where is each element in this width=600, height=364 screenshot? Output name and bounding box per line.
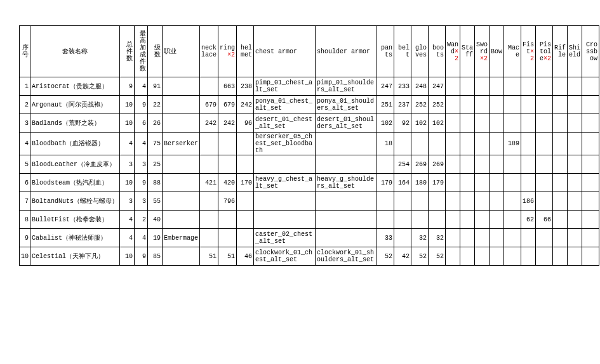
table-row: 10Celestial（天神下凡）10985515146clockwork_01… [20,247,599,266]
cell-shoulder: clockwork_01_shoulders_alt_set [316,247,377,266]
cell-fist [521,114,536,133]
cell-pist: 66 [536,211,553,229]
cell-belt: 254 [394,155,411,174]
cell-helm [237,211,254,229]
cell-shi [568,77,582,96]
cell-boots: 179 [429,174,446,192]
cell-shoulder [316,133,377,155]
cell-idx: 1 [20,77,30,96]
cell-mace [504,114,521,133]
cell-hi: 2 [135,211,148,229]
cell-name: BulletFist（枪拳套装） [30,211,120,229]
table-row: 3Badlands（荒野之装）1062624224296desert_01_ch… [20,114,599,133]
cell-lvl: 40 [148,211,163,229]
col-sword: Sword×2 [475,26,490,77]
cell-fist [521,133,536,155]
cell-bow [490,211,504,229]
cell-neck: 242 [200,114,218,133]
cell-belt: 92 [394,114,411,133]
cell-lvl: 19 [148,229,163,247]
cell-fist [521,77,536,96]
cell-gloves: 102 [411,114,429,133]
cell-rif [553,211,568,229]
cell-gloves: 180 [411,174,429,192]
cell-pants: 102 [377,114,394,133]
cell-boots: 32 [429,229,446,247]
cell-staff [460,229,475,247]
cell-sword [475,229,490,247]
col-set-name: 套装名称 [30,26,120,77]
cell-name: Bloodsteam（热汽烈血） [30,174,120,192]
cell-shi [568,174,582,192]
cell-rif [553,96,568,114]
cell-bow [490,96,504,114]
cell-neck: 51 [200,247,218,266]
col-shield: Shield [568,26,582,77]
cell-name: Aristocrat（贵族之服） [30,77,120,96]
cell-shi [568,211,582,229]
cell-pants [377,155,394,174]
cell-rif [553,247,568,266]
cell-gloves [411,133,429,155]
cell-rif [553,114,568,133]
cell-staff [460,77,475,96]
table-row: 2Argonaut（阿尔贡战袍）10922679679242ponya_01_c… [20,96,599,114]
cell-wand [446,155,460,174]
col-bow: Bow [490,26,504,77]
cell-bow [490,192,504,211]
col-helmet: helmet [237,26,254,77]
cell-pist [536,247,553,266]
cell-mace [504,229,521,247]
cell-wand [446,114,460,133]
cell-staff [460,174,475,192]
cell-shi [568,133,582,155]
cell-helm: 170 [237,174,254,192]
cell-neck [200,155,218,174]
cell-neck [200,229,218,247]
col-class: 职业 [163,26,200,77]
cell-lvl: 26 [148,114,163,133]
cell-idx: 5 [20,155,30,174]
cell-job [163,192,200,211]
cell-bow [490,229,504,247]
cell-hi: 6 [135,114,148,133]
cell-lvl: 75 [148,133,163,155]
cell-shi [568,96,582,114]
cell-wand [446,211,460,229]
cell-hi: 9 [135,174,148,192]
cell-tot: 4 [120,133,135,155]
cell-cross [582,133,599,155]
cell-ring [218,133,237,155]
cell-belt [394,133,411,155]
cell-job: Embermage [163,229,200,247]
cell-chest [254,211,316,229]
table-row: 9Cabalist（神秘法师服）4419Embermagecaster_02_c… [20,229,599,247]
cell-mace [504,192,521,211]
cell-shoulder: heavy_g_shoulders_alt_set [316,174,377,192]
cell-gloves: 52 [411,247,429,266]
cell-hi: 9 [135,247,148,266]
equipment-set-table: 序号 套装名称 总件数 最高加成件数 级数 职业 necklace ring×2… [19,25,599,266]
cell-cross [582,247,599,266]
cell-cross [582,211,599,229]
cell-sword [475,192,490,211]
cell-fist: 186 [521,192,536,211]
cell-bow [490,77,504,96]
col-belt: belt [394,26,411,77]
cell-belt: 42 [394,247,411,266]
cell-mace: 189 [504,133,521,155]
col-mace: Mace [504,26,521,77]
cell-gloves: 269 [411,155,429,174]
table-row: 5BloodLeather（冷血皮革）3325254269269 [20,155,599,174]
cell-job [163,114,200,133]
cell-lvl: 85 [148,247,163,266]
cell-lvl: 91 [148,77,163,96]
cell-idx: 2 [20,96,30,114]
cell-shi [568,229,582,247]
cell-helm: 242 [237,96,254,114]
cell-ring [218,155,237,174]
col-necklace: necklace [200,26,218,77]
cell-belt [394,192,411,211]
cell-gloves: 252 [411,96,429,114]
table-row: 7BoltandNuts（螺栓与螺母）3355796186 [20,192,599,211]
